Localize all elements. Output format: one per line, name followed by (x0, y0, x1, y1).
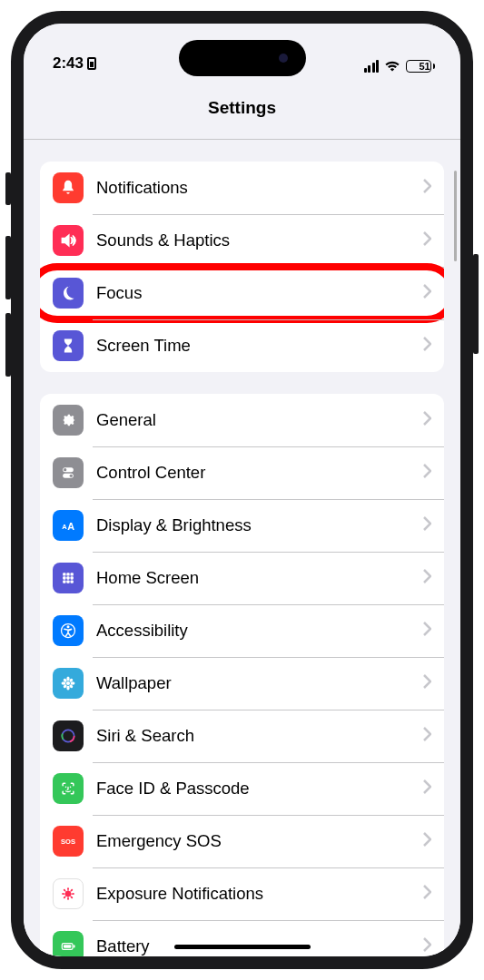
phone-frame: 2:43 51 Settings (11, 11, 473, 969)
chevron-right-icon (423, 516, 431, 534)
chevron-right-icon (423, 231, 431, 250)
accessibility-icon (53, 615, 84, 646)
row-home-screen[interactable]: Home Screen (40, 552, 444, 604)
row-label: Face ID & Passcode (96, 779, 423, 799)
face-id-icon (53, 773, 84, 804)
svg-text:A: A (67, 521, 74, 532)
chevron-right-icon (423, 779, 431, 798)
row-sounds-haptics[interactable]: Sounds & Haptics (40, 214, 444, 267)
svg-point-3 (70, 475, 73, 477)
svg-rect-43 (74, 945, 75, 947)
row-general[interactable]: General (40, 394, 444, 446)
svg-text:SOS: SOS (61, 838, 75, 846)
moon-icon (53, 278, 84, 309)
chevron-right-icon (423, 937, 431, 956)
row-label: Wallpaper (96, 673, 423, 693)
row-label: Home Screen (96, 568, 423, 588)
row-label: General (96, 410, 423, 430)
home-indicator[interactable] (174, 945, 311, 949)
svg-rect-6 (63, 573, 65, 575)
speaker-icon (53, 225, 84, 256)
row-battery[interactable]: Battery (40, 920, 444, 956)
grid-icon (53, 563, 84, 593)
switch-icon (53, 457, 84, 488)
hourglass-icon (53, 330, 84, 361)
svg-rect-12 (63, 581, 65, 583)
screen: 2:43 51 Settings (24, 24, 460, 956)
gear-icon (53, 405, 84, 436)
svg-rect-42 (64, 945, 71, 947)
svg-point-18 (66, 677, 69, 681)
siri-icon (53, 720, 84, 751)
settings-group: Notifications Sounds & Haptics Focus (40, 162, 444, 372)
orientation-lock-icon (87, 57, 96, 70)
page-title: Settings (24, 76, 460, 140)
status-time: 2:43 (53, 54, 84, 73)
row-label: Siri & Search (96, 726, 423, 746)
settings-list[interactable]: Notifications Sounds & Haptics Focus (24, 140, 460, 956)
svg-point-30 (70, 787, 72, 789)
row-focus[interactable]: Focus (40, 267, 444, 319)
svg-rect-7 (66, 573, 69, 575)
svg-rect-13 (66, 581, 69, 583)
row-label: Accessibility (96, 621, 423, 641)
svg-point-1 (64, 468, 66, 471)
chevron-right-icon (423, 727, 431, 745)
bell-icon (53, 172, 84, 203)
svg-point-20 (62, 681, 66, 684)
svg-point-17 (66, 681, 70, 685)
chevron-right-icon (423, 569, 431, 587)
svg-rect-8 (71, 573, 74, 575)
chevron-right-icon (423, 464, 431, 482)
svg-rect-11 (71, 576, 74, 579)
svg-point-32 (65, 891, 72, 897)
chevron-right-icon (423, 411, 431, 429)
row-label: Exposure Notifications (96, 884, 423, 904)
cellular-icon (364, 60, 380, 73)
text-size-icon: AA (53, 510, 84, 541)
row-label: Emergency SOS (96, 831, 423, 851)
row-label: Sounds & Haptics (96, 230, 423, 250)
row-accessibility[interactable]: Accessibility (40, 604, 444, 657)
sos-icon: SOS (53, 826, 84, 857)
row-notifications[interactable]: Notifications (40, 162, 444, 214)
row-label: Focus (96, 283, 423, 303)
row-control-center[interactable]: Control Center (40, 446, 444, 499)
row-label: Notifications (96, 178, 423, 198)
row-label: Control Center (96, 463, 423, 483)
row-exposure-notifications[interactable]: Exposure Notifications (40, 867, 444, 920)
chevron-right-icon (423, 674, 431, 692)
svg-point-21 (71, 681, 75, 684)
svg-rect-10 (66, 576, 69, 579)
chevron-right-icon (423, 179, 431, 197)
svg-rect-9 (63, 576, 65, 579)
battery-icon: 51 (406, 60, 435, 73)
svg-point-19 (66, 686, 69, 691)
dynamic-island (179, 40, 306, 76)
battery-icon (53, 931, 84, 956)
row-label: Screen Time (96, 336, 423, 356)
wifi-icon (384, 60, 400, 73)
row-emergency-sos[interactable]: SOS Emergency SOS (40, 815, 444, 867)
chevron-right-icon (423, 284, 431, 302)
row-display-brightness[interactable]: AA Display & Brightness (40, 499, 444, 552)
svg-rect-14 (71, 581, 74, 583)
chevron-right-icon (423, 337, 431, 355)
row-label: Display & Brightness (96, 515, 423, 535)
svg-point-29 (65, 787, 67, 789)
chevron-right-icon (423, 885, 431, 903)
row-face-id-passcode[interactable]: Face ID & Passcode (40, 762, 444, 815)
chevron-right-icon (423, 622, 431, 640)
row-screen-time[interactable]: Screen Time (40, 319, 444, 372)
chevron-right-icon (423, 832, 431, 850)
row-siri-search[interactable]: Siri & Search (40, 710, 444, 762)
flower-icon (53, 668, 84, 699)
row-wallpaper[interactable]: Wallpaper (40, 657, 444, 710)
settings-group: General Control Center AA Display & Brig… (40, 394, 444, 956)
virus-icon (53, 878, 84, 909)
svg-point-16 (67, 625, 70, 628)
